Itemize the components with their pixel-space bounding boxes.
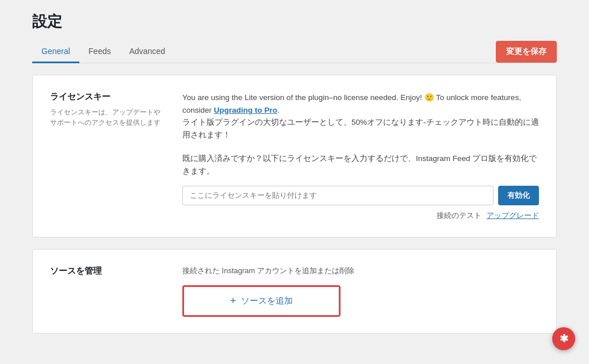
license-card-right: You are using the Lite version of the pl… [182, 91, 539, 221]
license-links: 接続のテスト アップグレード [182, 211, 539, 221]
license-card-title: ライセンスキー [50, 91, 165, 102]
sources-card-left: ソースを管理 [50, 266, 165, 317]
sources-card-title: ソースを管理 [50, 266, 165, 277]
add-source-label: ソースを追加 [241, 296, 293, 306]
license-card: ライセンスキー ライセンスキーは、アップデートやサポートへのアクセスを提供します… [32, 75, 557, 237]
license-key-input[interactable] [182, 186, 494, 205]
license-info: You are using the Lite version of the pl… [182, 91, 539, 141]
tab-general[interactable]: General [32, 41, 79, 63]
upgrade-to-pro-link[interactable]: Upgrading to Pro [214, 106, 277, 114]
help-button[interactable]: ✱ [552, 327, 575, 350]
connection-test-label: 接続のテスト [437, 212, 481, 220]
tabs-bar: General Feeds Advanced 変更を保存 [32, 41, 557, 63]
license-card-left: ライセンスキー ライセンスキーは、アップデートやサポートへのアクセスを提供します [50, 91, 165, 221]
license-card-desc: ライセンスキーは、アップデートやサポートへのアクセスを提供します [50, 107, 165, 128]
manage-sources-card: ソースを管理 接続された Instagram アカウントを追加または削除 + ソ… [32, 249, 557, 334]
tab-advanced[interactable]: Advanced [120, 41, 174, 63]
license-info-text2: ライト版プラグインの大切なユーザーとして、50%オフになります-チェックアウト時… [182, 118, 539, 139]
add-source-button-wrapper: + ソースを追加 [182, 285, 341, 317]
tab-feeds[interactable]: Feeds [79, 41, 120, 63]
sources-desc: 接続された Instagram アカウントを追加または削除 [182, 266, 539, 276]
add-source-button[interactable]: + ソースを追加 [184, 287, 339, 315]
add-source-plus-icon: + [230, 295, 236, 307]
license-input-row: 有効化 [182, 186, 539, 205]
activate-button[interactable]: 有効化 [498, 186, 539, 205]
page-title: 設定 [32, 12, 557, 32]
help-icon: ✱ [560, 332, 568, 345]
save-button[interactable]: 変更を保存 [496, 41, 557, 63]
sources-card-right: 接続された Instagram アカウントを追加または削除 + ソースを追加 [182, 266, 539, 317]
upgrade-link[interactable]: アップグレード [487, 212, 539, 220]
license-purchase-text: 既に購入済みですか？以下にライセンスキーを入力するだけで、Instagram F… [182, 152, 539, 177]
